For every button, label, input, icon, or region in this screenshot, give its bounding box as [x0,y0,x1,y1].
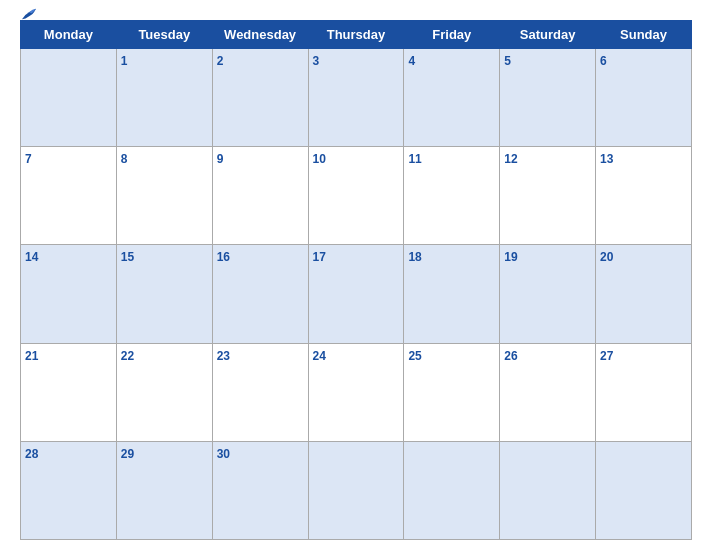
day-number: 26 [504,349,517,363]
logo-bird-icon [20,7,38,21]
calendar-cell: 7 [21,147,117,245]
calendar-cell [596,441,692,539]
calendar-cell: 8 [116,147,212,245]
calendar-weekday-thursday: Thursday [308,21,404,49]
calendar-cell: 6 [596,49,692,147]
calendar-header-row: MondayTuesdayWednesdayThursdayFridaySatu… [21,21,692,49]
day-number: 20 [600,250,613,264]
day-number: 21 [25,349,38,363]
calendar-cell: 28 [21,441,117,539]
day-number: 22 [121,349,134,363]
day-number: 27 [600,349,613,363]
calendar-cell: 5 [500,49,596,147]
logo-blue [20,7,40,21]
calendar-week-row: 123456 [21,49,692,147]
calendar-cell: 21 [21,343,117,441]
day-number: 5 [504,54,511,68]
day-number: 16 [217,250,230,264]
day-number: 18 [408,250,421,264]
day-number: 19 [504,250,517,264]
calendar-cell: 10 [308,147,404,245]
calendar-weekday-sunday: Sunday [596,21,692,49]
day-number: 14 [25,250,38,264]
calendar-weekday-monday: Monday [21,21,117,49]
calendar-cell: 30 [212,441,308,539]
calendar-weekday-tuesday: Tuesday [116,21,212,49]
calendar-cell [404,441,500,539]
page-header [20,10,692,14]
day-number: 29 [121,447,134,461]
day-number: 10 [313,152,326,166]
calendar-week-row: 21222324252627 [21,343,692,441]
calendar-cell: 12 [500,147,596,245]
day-number: 9 [217,152,224,166]
calendar-weekday-saturday: Saturday [500,21,596,49]
calendar-cell: 14 [21,245,117,343]
calendar-cell: 22 [116,343,212,441]
calendar-cell: 4 [404,49,500,147]
calendar-week-row: 14151617181920 [21,245,692,343]
day-number: 23 [217,349,230,363]
day-number: 24 [313,349,326,363]
calendar-weekday-friday: Friday [404,21,500,49]
day-number: 30 [217,447,230,461]
calendar-cell: 24 [308,343,404,441]
calendar-cell: 15 [116,245,212,343]
day-number: 11 [408,152,421,166]
calendar-cell: 18 [404,245,500,343]
day-number: 12 [504,152,517,166]
calendar-week-row: 78910111213 [21,147,692,245]
calendar-weekday-wednesday: Wednesday [212,21,308,49]
day-number: 17 [313,250,326,264]
calendar-cell: 13 [596,147,692,245]
calendar-cell [500,441,596,539]
calendar-week-row: 282930 [21,441,692,539]
day-number: 4 [408,54,415,68]
day-number: 3 [313,54,320,68]
calendar-cell [21,49,117,147]
calendar-cell: 19 [500,245,596,343]
calendar-cell: 1 [116,49,212,147]
calendar-cell: 16 [212,245,308,343]
day-number: 7 [25,152,32,166]
calendar-cell: 2 [212,49,308,147]
calendar-cell: 11 [404,147,500,245]
day-number: 8 [121,152,128,166]
calendar-cell: 17 [308,245,404,343]
day-number: 25 [408,349,421,363]
calendar-cell: 3 [308,49,404,147]
calendar-cell: 25 [404,343,500,441]
day-number: 1 [121,54,128,68]
calendar-cell: 27 [596,343,692,441]
logo [20,7,40,21]
day-number: 15 [121,250,134,264]
calendar-cell: 23 [212,343,308,441]
calendar-table: MondayTuesdayWednesdayThursdayFridaySatu… [20,20,692,540]
calendar-cell: 20 [596,245,692,343]
calendar-cell: 9 [212,147,308,245]
day-number: 13 [600,152,613,166]
day-number: 28 [25,447,38,461]
day-number: 2 [217,54,224,68]
calendar-cell: 26 [500,343,596,441]
day-number: 6 [600,54,607,68]
calendar-cell: 29 [116,441,212,539]
calendar-cell [308,441,404,539]
